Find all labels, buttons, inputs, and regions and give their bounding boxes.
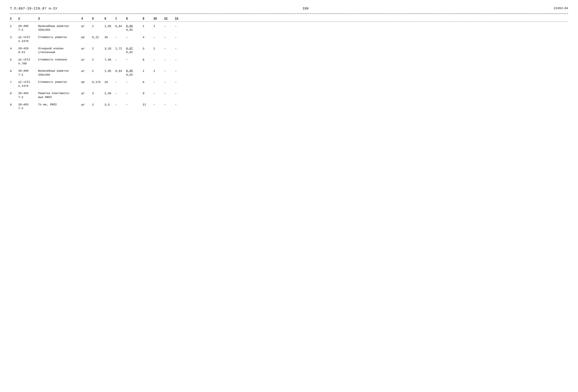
- cell-row-num: 9: [10, 103, 18, 107]
- cell-row-num: 8: [10, 91, 18, 96]
- cell-qty: I: [92, 47, 104, 51]
- cell-qty: I: [92, 58, 104, 62]
- table-row: 820–4047–IРешетки пластмассо-вые РВП3шт3…: [10, 90, 568, 101]
- cell-val9: I: [143, 24, 153, 29]
- table-row: 3цI.чIIIп.I479Стоимость решетокм20,I235–…: [10, 34, 568, 45]
- table-row: 220–4097–IЖалюзийные решетки350x350штII,…: [10, 23, 568, 34]
- col-header-4: 4: [81, 16, 92, 21]
- col-header-10: I0: [153, 16, 164, 21]
- cell-unit: м2: [81, 80, 92, 84]
- cell-row-num: 3: [10, 35, 18, 40]
- cell-val11: –: [164, 58, 175, 62]
- col-header-6: 6: [104, 16, 115, 21]
- col-header-5: 5: [92, 16, 104, 21]
- cell-val8: 0,050,02: [126, 69, 143, 77]
- table-row: 5цI.чIIIп.788Стоимость клапанаштI7,95––8…: [10, 56, 568, 67]
- cell-val10: –: [153, 91, 164, 96]
- cell-val7: –: [115, 58, 126, 62]
- cell-val11: –: [164, 69, 175, 73]
- cell-val8: 0,050,02: [126, 24, 143, 32]
- cell-val8: –: [126, 103, 143, 107]
- cell-val10: I: [153, 69, 164, 73]
- col-header-8: 8: [126, 16, 143, 21]
- cell-val8: 0,070,02: [126, 47, 143, 54]
- cell-val9: 8: [143, 58, 153, 62]
- cell-unit: м2: [81, 35, 92, 40]
- cell-description: Стоимость клапана: [38, 58, 81, 62]
- cell-description: Откидной клапанутепленный: [38, 47, 81, 54]
- cell-val9: I: [143, 69, 153, 73]
- col-header-9: 9: [143, 16, 153, 21]
- cell-val11: –: [164, 80, 175, 84]
- cell-val9: 4: [143, 35, 153, 40]
- cell-val7: –: [115, 35, 126, 40]
- cell-val11: –: [164, 91, 175, 96]
- cell-code: цI.чIIIп.I479: [18, 80, 38, 88]
- cell-val10: 2: [153, 47, 164, 51]
- col-header-7: 7: [115, 16, 126, 21]
- table-row: 920–4037–IТо же, РВП2шт23,5––II–––: [10, 101, 568, 112]
- cell-val8: –: [126, 91, 143, 95]
- cell-val12: –: [175, 35, 186, 40]
- cell-val12: –: [175, 69, 186, 73]
- cell-description: Стоимость решеток: [38, 80, 81, 84]
- cell-description: То же, РВП2: [38, 103, 81, 107]
- cell-val8: –: [126, 58, 143, 62]
- cell-val12: –: [175, 80, 186, 84]
- cell-val10: I: [153, 24, 164, 29]
- cell-code: 20–4288–I3: [18, 47, 38, 54]
- cell-val11: –: [164, 47, 175, 51]
- cell-val7: I,7I: [115, 47, 126, 51]
- cell-val9: 3: [143, 47, 153, 51]
- cell-val6: I,05: [104, 24, 115, 29]
- cell-val7: 0,84: [115, 24, 126, 29]
- cell-val12: –: [175, 47, 186, 51]
- cell-val7: 0,84: [115, 69, 126, 73]
- cell-qty: 3: [92, 91, 104, 96]
- cell-description: Жалюзийные решетки350x350: [38, 69, 81, 77]
- cell-description: Стоимость решеток: [38, 35, 81, 39]
- table-row: 7цI.чIIIп.I479Стоимость решетокм20,I7535…: [10, 78, 568, 90]
- cell-unit: шт: [81, 91, 92, 96]
- cell-unit: шт: [81, 58, 92, 62]
- cell-row-num: 7: [10, 80, 18, 84]
- cell-val6: 35: [104, 35, 115, 40]
- cell-val6: 35: [104, 80, 115, 84]
- cell-val12: –: [175, 103, 186, 107]
- cell-val6: I,05: [104, 69, 115, 73]
- cell-val9: 6: [143, 80, 153, 84]
- cell-qty: 2: [92, 103, 104, 107]
- col-header-12: I2: [175, 16, 186, 21]
- cell-unit: шт: [81, 103, 92, 107]
- cell-val12: –: [175, 91, 186, 96]
- cell-description: Жалюзийные решетки350x350: [38, 24, 81, 32]
- cell-code: 20–4047–I: [18, 91, 38, 99]
- cell-val10: –: [153, 35, 164, 40]
- cell-unit: шт: [81, 69, 92, 73]
- cell-val11: –: [164, 103, 175, 107]
- top-divider: [10, 13, 568, 14]
- cell-val10: –: [153, 103, 164, 107]
- cell-row-num: 5: [10, 58, 18, 62]
- cell-code: 20–4097–I: [18, 24, 38, 32]
- page-header: Т.П.807-I0-II8.87 А-IУ I89 22453-04: [10, 7, 568, 10]
- cell-val6: 2,99: [104, 91, 115, 96]
- cell-qty: 0,I2: [92, 35, 104, 40]
- cell-val6: 3,33: [104, 47, 115, 51]
- cell-val8: –: [126, 80, 143, 84]
- cell-row-num: 6: [10, 69, 18, 73]
- col-header-11: II: [164, 16, 175, 21]
- cell-row-num: 2: [10, 24, 18, 29]
- cell-val7: –: [115, 103, 126, 107]
- cell-val12: –: [175, 58, 186, 62]
- cell-val10: –: [153, 58, 164, 62]
- table-row: 620–4097–IЖалюзийные решетки350x350штII,…: [10, 67, 568, 79]
- col-header-3: 3: [38, 16, 81, 21]
- cell-val6: 7,95: [104, 58, 115, 62]
- cell-row-num: 4: [10, 47, 18, 51]
- table-row: 420–4288–I3Откидной клапанутепленныйштI3…: [10, 45, 568, 56]
- cell-code: 20–4037–I: [18, 103, 38, 111]
- cell-val11: –: [164, 35, 175, 40]
- header-left: Т.П.807-I0-II8.87 А-IУ: [10, 7, 57, 10]
- cell-unit: шт: [81, 47, 92, 51]
